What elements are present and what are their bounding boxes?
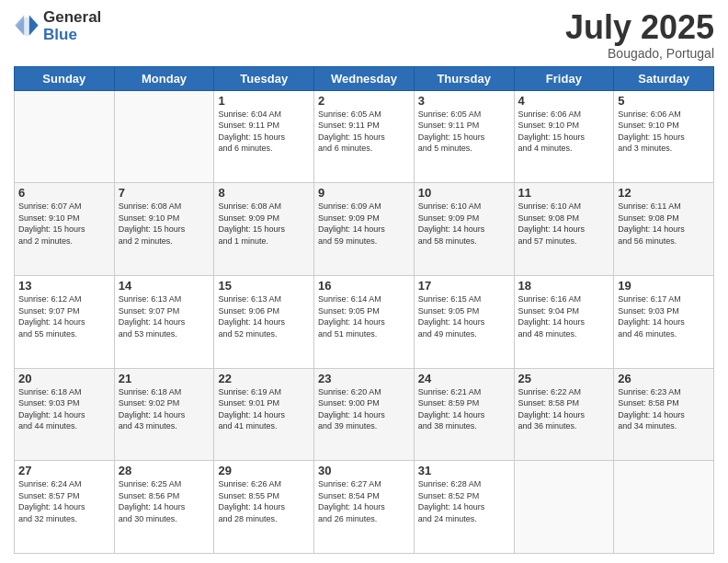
calendar-header-sunday: Sunday [15,66,115,90]
day-number: 13 [18,279,110,293]
day-info: Sunrise: 6:24 AMSunset: 8:57 PMDaylight:… [18,478,110,524]
day-info: Sunrise: 6:10 AMSunset: 9:08 PMDaylight:… [518,201,610,247]
title-block: July 2025 Bougado, Portugal [565,9,714,61]
calendar-week-row: 1Sunrise: 6:04 AMSunset: 9:11 PMDaylight… [15,90,714,183]
calendar-cell: 8Sunrise: 6:08 AMSunset: 9:09 PMDaylight… [214,183,314,276]
calendar-cell: 2Sunrise: 6:05 AMSunset: 9:11 PMDaylight… [314,90,415,183]
day-info: Sunrise: 6:25 AMSunset: 8:56 PMDaylight:… [119,478,210,524]
day-number: 23 [318,372,410,385]
day-info: Sunrise: 6:08 AMSunset: 9:09 PMDaylight:… [218,201,310,247]
day-info: Sunrise: 6:18 AMSunset: 9:02 PMDaylight:… [119,386,210,432]
calendar-cell: 4Sunrise: 6:06 AMSunset: 9:10 PMDaylight… [514,90,614,183]
calendar-cell: 29Sunrise: 6:26 AMSunset: 8:55 PMDayligh… [214,461,314,554]
svg-marker-1 [29,15,39,35]
calendar-cell: 10Sunrise: 6:10 AMSunset: 9:09 PMDayligh… [414,183,514,276]
calendar-cell: 24Sunrise: 6:21 AMSunset: 8:59 PMDayligh… [414,368,514,461]
day-number: 6 [18,186,110,200]
month-title: July 2025 [565,9,714,46]
calendar-cell: 27Sunrise: 6:24 AMSunset: 8:57 PMDayligh… [15,461,115,554]
day-number: 5 [618,94,710,108]
day-number: 22 [218,372,310,385]
day-info: Sunrise: 6:18 AMSunset: 9:03 PMDaylight:… [18,386,110,432]
svg-marker-2 [15,15,24,35]
calendar-cell: 5Sunrise: 6:06 AMSunset: 9:10 PMDaylight… [614,90,714,183]
day-number: 21 [119,372,210,385]
day-number: 20 [18,372,110,385]
logo: General Blue [14,9,101,43]
day-info: Sunrise: 6:13 AMSunset: 9:07 PMDaylight:… [119,293,210,339]
calendar-cell: 28Sunrise: 6:25 AMSunset: 8:56 PMDayligh… [114,461,214,554]
calendar-header-tuesday: Tuesday [214,66,314,90]
day-number: 17 [418,279,510,293]
calendar-cell: 26Sunrise: 6:23 AMSunset: 8:58 PMDayligh… [614,368,714,461]
day-info: Sunrise: 6:22 AMSunset: 8:58 PMDaylight:… [518,386,610,432]
calendar-cell [114,90,214,183]
calendar-cell: 1Sunrise: 6:04 AMSunset: 9:11 PMDaylight… [214,90,314,183]
day-info: Sunrise: 6:06 AMSunset: 9:10 PMDaylight:… [618,109,710,155]
day-number: 12 [618,186,710,200]
day-number: 10 [418,186,510,200]
day-number: 16 [318,279,410,293]
calendar-cell [514,461,614,554]
day-number: 28 [119,464,210,477]
location-subtitle: Bougado, Portugal [565,46,714,61]
logo-text: General Blue [43,9,101,43]
day-number: 8 [218,186,310,200]
calendar-week-row: 20Sunrise: 6:18 AMSunset: 9:03 PMDayligh… [15,368,714,461]
calendar-cell: 16Sunrise: 6:14 AMSunset: 9:05 PMDayligh… [314,275,415,368]
day-number: 1 [218,94,310,108]
day-info: Sunrise: 6:26 AMSunset: 8:55 PMDaylight:… [218,478,310,524]
day-info: Sunrise: 6:28 AMSunset: 8:52 PMDaylight:… [418,478,510,524]
day-info: Sunrise: 6:14 AMSunset: 9:05 PMDaylight:… [318,293,410,339]
day-info: Sunrise: 6:21 AMSunset: 8:59 PMDaylight:… [418,386,510,432]
day-number: 2 [318,94,410,108]
day-info: Sunrise: 6:08 AMSunset: 9:10 PMDaylight:… [119,201,210,247]
day-info: Sunrise: 6:09 AMSunset: 9:09 PMDaylight:… [318,201,410,247]
calendar-cell: 11Sunrise: 6:10 AMSunset: 9:08 PMDayligh… [514,183,614,276]
day-number: 26 [618,372,710,385]
calendar-table: SundayMondayTuesdayWednesdayThursdayFrid… [14,66,714,554]
calendar-cell: 17Sunrise: 6:15 AMSunset: 9:05 PMDayligh… [414,275,514,368]
day-info: Sunrise: 6:20 AMSunset: 9:00 PMDaylight:… [318,386,410,432]
calendar-cell: 9Sunrise: 6:09 AMSunset: 9:09 PMDaylight… [314,183,415,276]
calendar-week-row: 27Sunrise: 6:24 AMSunset: 8:57 PMDayligh… [15,461,714,554]
calendar-cell: 22Sunrise: 6:19 AMSunset: 9:01 PMDayligh… [214,368,314,461]
calendar-cell: 3Sunrise: 6:05 AMSunset: 9:11 PMDaylight… [414,90,514,183]
calendar-cell: 31Sunrise: 6:28 AMSunset: 8:52 PMDayligh… [414,461,514,554]
day-number: 30 [318,464,410,477]
calendar-cell: 25Sunrise: 6:22 AMSunset: 8:58 PMDayligh… [514,368,614,461]
calendar-cell: 14Sunrise: 6:13 AMSunset: 9:07 PMDayligh… [114,275,214,368]
day-info: Sunrise: 6:19 AMSunset: 9:01 PMDaylight:… [218,386,310,432]
calendar-cell: 23Sunrise: 6:20 AMSunset: 9:00 PMDayligh… [314,368,415,461]
calendar-cell: 13Sunrise: 6:12 AMSunset: 9:07 PMDayligh… [15,275,115,368]
day-info: Sunrise: 6:13 AMSunset: 9:06 PMDaylight:… [218,293,310,339]
calendar-cell [15,90,115,183]
day-number: 18 [518,279,610,293]
page: General Blue July 2025 Bougado, Portugal… [0,0,728,563]
day-number: 19 [618,279,710,293]
day-info: Sunrise: 6:07 AMSunset: 9:10 PMDaylight:… [18,201,110,247]
calendar-header-wednesday: Wednesday [314,66,415,90]
calendar-header-friday: Friday [514,66,614,90]
header: General Blue July 2025 Bougado, Portugal [14,9,714,61]
day-number: 27 [18,464,110,477]
day-info: Sunrise: 6:05 AMSunset: 9:11 PMDaylight:… [318,109,410,155]
day-number: 31 [418,464,510,477]
calendar-header-thursday: Thursday [414,66,514,90]
calendar-cell: 15Sunrise: 6:13 AMSunset: 9:06 PMDayligh… [214,275,314,368]
day-info: Sunrise: 6:17 AMSunset: 9:03 PMDaylight:… [618,293,710,339]
calendar-cell: 6Sunrise: 6:07 AMSunset: 9:10 PMDaylight… [15,183,115,276]
day-info: Sunrise: 6:06 AMSunset: 9:10 PMDaylight:… [518,109,610,155]
day-number: 15 [218,279,310,293]
day-number: 24 [418,372,510,385]
calendar-header-monday: Monday [114,66,214,90]
day-info: Sunrise: 6:04 AMSunset: 9:11 PMDaylight:… [218,109,310,155]
calendar-cell: 20Sunrise: 6:18 AMSunset: 9:03 PMDayligh… [15,368,115,461]
calendar-header-saturday: Saturday [614,66,714,90]
day-info: Sunrise: 6:10 AMSunset: 9:09 PMDaylight:… [418,201,510,247]
calendar-cell [614,461,714,554]
calendar-cell: 19Sunrise: 6:17 AMSunset: 9:03 PMDayligh… [614,275,714,368]
calendar-header-row: SundayMondayTuesdayWednesdayThursdayFrid… [15,66,714,90]
day-info: Sunrise: 6:05 AMSunset: 9:11 PMDaylight:… [418,109,510,155]
calendar-week-row: 13Sunrise: 6:12 AMSunset: 9:07 PMDayligh… [15,275,714,368]
